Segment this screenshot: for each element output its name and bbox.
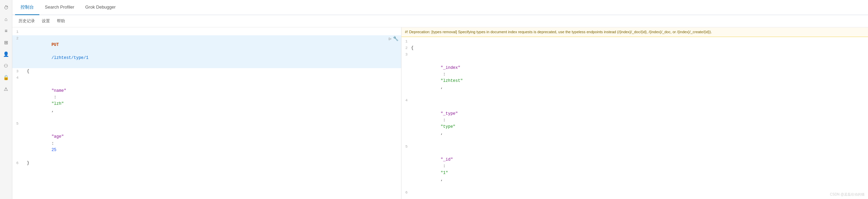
history-button[interactable]: 历史记录 [16,17,37,25]
editor-line-3: 3 { [12,68,401,75]
right-code-editor[interactable]: 1 2 { 3 "_index" : "lzhtest" , [401,37,868,199]
result-line-1: 1 [401,38,868,45]
tab-grok-debugger[interactable]: Grok Debugger [80,0,121,15]
tab-console[interactable]: 控制台 [15,0,39,15]
main-area: 控制台 Search Profiler Grok Debugger 历史记录 设… [12,0,868,199]
method-keyword: PUT [51,42,59,47]
sidebar: ⏱ ⌂ ≡ ⊞ 👤 ⚇ 🔒 ⚠ [0,0,12,199]
result-line-3: 3 "_index" : "lzhtest" , [401,51,868,97]
result-line-5: 5 "_id" : "1" , [401,144,868,189]
group-icon[interactable]: ⚇ [1,61,11,71]
wrench-icon[interactable]: 🔧 [393,36,398,43]
result-line-4: 4 "_type" : "type" , [401,97,868,143]
run-icon[interactable]: ▷ [389,36,392,43]
editor-line-5: 5 "age" : 25 [12,121,401,160]
editor-line-2: 2 PUT /lzhtest/type/1 ▷ 🔧 [12,35,401,68]
clock-icon[interactable]: ⏱ [1,3,11,12]
help-button[interactable]: 帮助 [55,17,67,25]
editor-line-4: 4 "name" : "lzh" , [12,75,401,121]
tab-bar: 控制台 Search Profiler Grok Debugger [12,0,868,15]
person-icon[interactable]: 👤 [1,49,11,59]
result-line-6: 6 "_version" : 1 , [401,189,868,199]
deprecation-warning: #! Deprecation: [types removal] Specifyi… [401,27,868,37]
editor-line-6: 6 } [12,160,401,166]
result-line-2: 2 { [401,45,868,51]
right-result-pane: #! Deprecation: [types removal] Specifyi… [401,27,868,199]
list-icon[interactable]: ≡ [1,26,11,36]
path-value: /lzhtest/type/1 [51,55,88,60]
left-code-editor[interactable]: 1 2 PUT /lzhtest/type/1 ▷ 🔧 [12,27,401,199]
settings-button[interactable]: 设置 [40,17,52,25]
secondary-toolbar: 历史记录 设置 帮助 [12,15,868,27]
editor-area: 1 2 PUT /lzhtest/type/1 ▷ 🔧 [12,27,868,199]
home-icon[interactable]: ⌂ [1,14,11,24]
tab-search-profiler[interactable]: Search Profiler [39,0,80,15]
watermark-text: CSDN @孟磊欣动的猫 [830,192,865,197]
lock-icon[interactable]: 🔒 [1,73,11,82]
line-actions: ▷ 🔧 [389,36,398,43]
left-editor-pane: 1 2 PUT /lzhtest/type/1 ▷ 🔧 [12,27,401,199]
alert-icon[interactable]: ⚠ [1,84,11,94]
briefcase-icon[interactable]: ⊞ [1,38,11,47]
editor-line-1: 1 [12,29,401,35]
